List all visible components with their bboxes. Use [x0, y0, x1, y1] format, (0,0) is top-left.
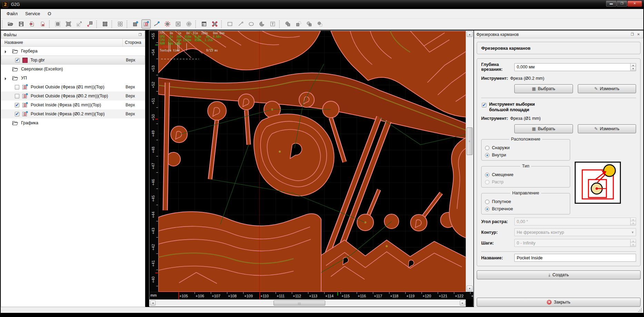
draw-arc-button[interactable]: [257, 19, 267, 29]
zoom-region-button[interactable]: [75, 19, 84, 29]
bool-union-button[interactable]: [283, 19, 293, 29]
tree-row-pocket-in-02[interactable]: ✔Pocket Inside (Фреза (Ø0.2 mm))(Top)Вер…: [1, 109, 145, 118]
expand-arrow-icon[interactable]: [3, 50, 6, 53]
radio-icon-selected[interactable]: [485, 173, 489, 177]
transform-object-button[interactable]: [210, 19, 219, 29]
open-file-button[interactable]: [6, 19, 15, 29]
toolbar-group-handle[interactable]: [195, 20, 198, 28]
float-panel-icon[interactable]: ❐: [630, 32, 635, 37]
toolbar-group-handle[interactable]: [2, 20, 4, 28]
drilling-button[interactable]: [163, 19, 172, 29]
scroll-up-button[interactable]: ▲: [467, 31, 473, 37]
arrange-board-outline-button[interactable]: [116, 19, 125, 29]
tree-row-top-gbr[interactable]: ✔Top.gbrВерх: [1, 56, 145, 65]
tree-row-gerbera[interactable]: Гербера: [1, 47, 145, 56]
draw-text-button[interactable]: T: [268, 19, 277, 29]
bool-xor-button[interactable]: [315, 19, 325, 29]
tree-row-pocket-in-1[interactable]: ✔Pocket Inside (Фреза (Ø1 mm))(Top)Верх: [1, 100, 145, 109]
menu-item-0[interactable]: Файл: [3, 10, 21, 18]
visibility-checkbox[interactable]: [15, 85, 19, 89]
minimize-button[interactable]: ▬: [606, 1, 616, 7]
draw-line-icon: [238, 21, 244, 27]
depth-spin-arrows[interactable]: ▲▼: [630, 64, 636, 71]
toolbar-group-handle[interactable]: [127, 20, 129, 28]
scroll-down-button[interactable]: ▼: [467, 286, 473, 291]
draw-ellipse-button[interactable]: [247, 19, 256, 29]
menu-item-2[interactable]: О: [44, 10, 55, 18]
vertical-scroll-thumb[interactable]: ≡: [467, 127, 473, 155]
column-side[interactable]: Сторона: [123, 39, 145, 46]
tree-row-grafika[interactable]: Графика: [1, 118, 145, 127]
direction-conventional-option[interactable]: Встречное: [485, 206, 566, 211]
save-project-button[interactable]: [17, 19, 26, 29]
path-milling-button[interactable]: [152, 19, 161, 29]
create-button[interactable]: ⤓ Создать: [477, 270, 641, 279]
choose-tool1-button[interactable]: ▦Выбрать: [514, 84, 573, 93]
visibility-checkbox[interactable]: [15, 94, 19, 98]
pocket-milling-button[interactable]: [141, 19, 151, 29]
tree-row-pocket-out-02[interactable]: Pocket Outside (Фреза (Ø0.2 mm))(Top)Вер…: [1, 92, 145, 100]
location-inside-option[interactable]: Внутри: [485, 153, 566, 157]
toolbar-group-handle[interactable]: [49, 20, 51, 28]
remove-file-button[interactable]: [38, 19, 47, 29]
close-panel-icon[interactable]: ✕: [636, 32, 641, 37]
new-layer-icon: [132, 21, 138, 27]
horizontal-scrollbar[interactable]: ◄ ||| ►: [149, 299, 466, 307]
draw-line-button[interactable]: [236, 19, 245, 29]
menu-item-1[interactable]: Service: [21, 10, 44, 18]
hruler-tick: [422, 292, 422, 294]
radio-icon[interactable]: [485, 200, 489, 204]
bool-intersect-button[interactable]: [305, 19, 314, 29]
resize-grip[interactable]: [637, 308, 642, 313]
arrange-board-button[interactable]: [100, 19, 110, 29]
vruler-label: +49: [151, 129, 156, 138]
radio-icon-selected[interactable]: [485, 207, 489, 211]
canvas-viewport[interactable]: FPS 0m 1m 0m 91m 200m 0mm 0mmGPU 5x 30m …: [158, 31, 466, 292]
files-panel-title: Файлы: [3, 32, 136, 37]
visibility-checkbox[interactable]: ✔: [15, 58, 20, 63]
properties-form-button[interactable]: [199, 19, 209, 29]
edit-tool2-button[interactable]: ✎Изменить: [578, 124, 636, 133]
toolbar-group-handle[interactable]: [111, 20, 114, 28]
maximize-button[interactable]: ❐: [617, 1, 627, 7]
location-outside-option[interactable]: Снаружи: [485, 145, 566, 150]
draw-rectangle-button[interactable]: [225, 19, 235, 29]
float-panel-icon[interactable]: ❐: [138, 33, 142, 37]
raster-angle-spin-arrows: ▲▼: [630, 218, 636, 225]
depth-spinbox[interactable]: 0,000 мм ▲▼: [514, 63, 636, 71]
choose-tool2-button[interactable]: ▦Выбрать: [514, 124, 573, 133]
scroll-right-button[interactable]: ►: [460, 300, 465, 306]
tree-row-sverlovki[interactable]: Сверловки (Excellon): [1, 65, 145, 74]
close-dialog-button[interactable]: ✕ Закрыть: [477, 298, 641, 307]
toolbar-group-handle[interactable]: [279, 20, 281, 28]
vertical-scrollbar[interactable]: ▲ ≡ ▼: [466, 31, 473, 292]
board-dots-button[interactable]: [174, 19, 183, 29]
direction-climb-option[interactable]: Попутное: [485, 199, 566, 204]
toolbar-group-handle[interactable]: [221, 20, 224, 28]
toolbar-group-handle[interactable]: [96, 20, 99, 28]
edit-tool1-button[interactable]: ✎Изменить: [578, 84, 636, 93]
zoom-original-button[interactable]: [53, 19, 62, 29]
horizontal-scroll-thumb[interactable]: |||: [274, 300, 325, 306]
zoom-fit-button[interactable]: [64, 19, 73, 29]
column-name[interactable]: Название: [1, 39, 123, 46]
gcode-settings-button[interactable]: [184, 19, 194, 29]
type-offset-option[interactable]: Смещение: [485, 172, 566, 177]
new-layer-button[interactable]: [131, 19, 140, 29]
big-area-checkbox[interactable]: ✔: [482, 103, 486, 107]
visibility-checkbox[interactable]: ✔: [15, 103, 19, 107]
close-button[interactable]: ✕: [627, 1, 642, 7]
svg-text:T: T: [271, 22, 274, 26]
radio-icon-selected[interactable]: [485, 153, 489, 157]
bool-subtract-button[interactable]: [294, 19, 303, 29]
import-file-button[interactable]: [27, 19, 37, 29]
tree-row-up[interactable]: УП: [1, 74, 145, 83]
zoom-selection-button[interactable]: [85, 19, 95, 29]
expand-arrow-icon[interactable]: [3, 77, 6, 80]
layer-color-swatch[interactable]: [22, 58, 28, 63]
scroll-left-button[interactable]: ◄: [150, 300, 156, 306]
radio-icon[interactable]: [485, 146, 489, 150]
name-input[interactable]: [514, 254, 636, 262]
visibility-checkbox[interactable]: ✔: [15, 112, 19, 116]
tree-row-pocket-out-1[interactable]: Pocket Outside (Фреза (Ø1 mm))(Top)Верх: [1, 83, 145, 92]
